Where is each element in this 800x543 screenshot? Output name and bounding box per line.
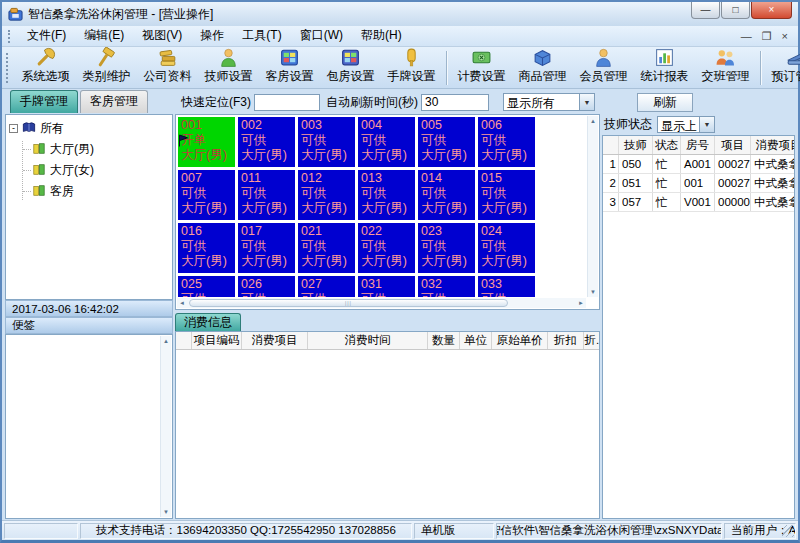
mdi-close-icon[interactable]: × (782, 30, 788, 43)
scroll-up-icon[interactable]: ▲ (590, 118, 596, 124)
consume-col-3[interactable]: 消费时间 (308, 332, 428, 349)
room-tile-011[interactable]: 011可供大厅(男) (238, 170, 295, 220)
window-color-icon (279, 47, 300, 68)
toolbar-button[interactable]: 商品管理 (512, 46, 573, 86)
tech-col-5[interactable]: 消费项目 (751, 136, 795, 154)
room-tile-033[interactable]: 033可供大厅(男) (478, 276, 535, 297)
room-tile-006[interactable]: 006可供大厅(男) (478, 117, 535, 167)
table-row[interactable]: 1050忙A00100027中式桑拿 (603, 155, 794, 174)
menu-item-2[interactable]: 视图(V) (133, 25, 191, 47)
consume-col-8[interactable]: 折.. (584, 332, 600, 349)
toolbar-button[interactable]: 公司资料 (137, 46, 198, 86)
room-tile-031[interactable]: 031可供大厅(男) (358, 276, 415, 297)
room-tile-017[interactable]: 017可供大厅(男) (238, 223, 295, 273)
display-filter-select[interactable]: 显示所有 ▼ (503, 93, 595, 111)
technician-filter-select[interactable]: 显示上 ▼ (657, 116, 715, 133)
tree-node-label: 大厅(女) (50, 162, 94, 179)
tree-node-0[interactable]: 大厅(男) (23, 141, 169, 158)
room-tile-032[interactable]: 032可供大厅(男) (418, 276, 475, 297)
toolbar-button[interactable]: 会员管理 (573, 46, 634, 86)
toolbar-button[interactable]: 交班管理 (695, 46, 756, 86)
tech-col-4[interactable]: 项目 (715, 136, 751, 154)
scroll-up-icon[interactable]: ▲ (163, 338, 169, 344)
room-tile-015[interactable]: 015可供大厅(男) (478, 170, 535, 220)
toolbar-button[interactable]: 系统选项 (15, 46, 76, 86)
room-tile-027[interactable]: 027可供大厅(男) (298, 276, 355, 297)
scroll-down-icon[interactable]: ▼ (163, 509, 169, 515)
room-tile-002[interactable]: 002可供大厅(男) (238, 117, 295, 167)
tech-col-1[interactable]: 技师 (619, 136, 653, 154)
room-tile-025[interactable]: 025可供大厅(男) (178, 276, 235, 297)
room-tile-004[interactable]: 004可供大厅(男) (358, 117, 415, 167)
room-number: 025 (181, 277, 234, 292)
table-row[interactable]: 3057忙V00100000中式桑拿 (603, 193, 794, 212)
tech-col-2[interactable]: 状态 (653, 136, 681, 154)
room-tile-014[interactable]: 014可供大厅(男) (418, 170, 475, 220)
consume-col-6[interactable]: 原始单价 (492, 332, 548, 349)
room-tile-022[interactable]: 022可供大厅(男) (358, 223, 415, 273)
tech-col-3[interactable]: 房号 (681, 136, 715, 154)
scroll-left-icon[interactable]: ◄ (177, 300, 187, 306)
tree-node-all[interactable]: - 所有 (9, 120, 169, 137)
tab-consumption-info[interactable]: 消费信息 (175, 313, 241, 331)
technician-status-label: 技师状态 (604, 116, 652, 133)
folder-icon (32, 184, 46, 200)
room-tile-023[interactable]: 023可供大厅(男) (418, 223, 475, 273)
toolbar-button[interactable]: 类别维护 (76, 46, 137, 86)
room-tile-007[interactable]: 007可供大厅(男) (178, 170, 235, 220)
tab-1[interactable]: 客房管理 (80, 90, 148, 113)
consume-col-4[interactable]: 数量 (428, 332, 460, 349)
room-tile-013[interactable]: 013可供大厅(男) (358, 170, 415, 220)
consume-col-5[interactable]: 单位 (460, 332, 492, 349)
auto-refresh-input[interactable] (421, 94, 489, 111)
tree-node-2[interactable]: 客房 (23, 183, 169, 200)
menu-item-3[interactable]: 操作 (191, 25, 233, 47)
grid-horizontal-scrollbar[interactable]: ◄ ||| ► (177, 298, 586, 308)
toolbar-button[interactable]: 客房设置 (259, 46, 320, 86)
toolbar-button[interactable]: 统计报表 (634, 46, 695, 86)
consume-col-0[interactable] (176, 332, 192, 349)
consume-col-1[interactable]: 项目编码 (192, 332, 242, 349)
toolbar-button[interactable]: 手牌设置 (381, 46, 442, 86)
room-tile-003[interactable]: 003可供大厅(男) (298, 117, 355, 167)
tab-0[interactable]: 手牌管理 (10, 90, 78, 113)
close-button[interactable]: × (751, 2, 792, 19)
toolbar-button[interactable]: 预订管理 (765, 46, 800, 86)
resize-grip-icon[interactable] (782, 525, 794, 537)
menu-item-6[interactable]: 帮助(H) (352, 25, 411, 47)
quick-locate-input[interactable] (254, 94, 320, 111)
memo-textarea[interactable]: ▲ ▼ (5, 334, 173, 519)
menu-item-1[interactable]: 编辑(E) (75, 25, 133, 47)
toolbar-button[interactable]: 计费设置 (451, 46, 512, 86)
room-tile-021[interactable]: 021可供大厅(男) (298, 223, 355, 273)
menu-item-5[interactable]: 窗口(W) (291, 25, 352, 47)
mdi-restore-icon[interactable]: ❐ (762, 30, 772, 43)
room-tile-016[interactable]: 016可供大厅(男) (178, 223, 235, 273)
tree-node-1[interactable]: 大厅(女) (23, 162, 169, 179)
room-tile-012[interactable]: 012可供大厅(男) (298, 170, 355, 220)
mdi-minimize-icon[interactable]: — (741, 30, 752, 43)
room-tile-001[interactable]: 001开单大厅(男) (178, 117, 235, 167)
consume-col-2[interactable]: 消费项目 (242, 332, 308, 349)
refresh-button[interactable]: 刷新 (637, 93, 693, 112)
room-tile-024[interactable]: 024可供大厅(男) (478, 223, 535, 273)
grid-vertical-scrollbar[interactable]: ▲ ▼ (587, 116, 598, 297)
menu-item-4[interactable]: 工具(T) (233, 25, 290, 47)
table-row[interactable]: 2051忙00100027中式桑拿 (603, 174, 794, 193)
tech-col-0[interactable] (603, 136, 619, 154)
toolbar-button[interactable]: 技师设置 (198, 46, 259, 86)
consume-col-7[interactable]: 折扣 (548, 332, 584, 349)
room-tile-026[interactable]: 026可供大厅(男) (238, 276, 295, 297)
toolbar-button[interactable]: 包房设置 (320, 46, 381, 86)
scroll-down-icon[interactable]: ▼ (590, 289, 596, 295)
scroll-right-icon[interactable]: ► (576, 300, 586, 306)
maximize-button[interactable]: □ (721, 2, 750, 19)
minimize-button[interactable]: — (691, 2, 720, 19)
tree-expander-icon[interactable]: - (9, 124, 18, 133)
scrollbar-thumb[interactable]: ||| (189, 299, 508, 307)
memo-scrollbar[interactable]: ▲ ▼ (160, 336, 171, 517)
room-status: 可供 (241, 239, 294, 254)
room-tile-005[interactable]: 005可供大厅(男) (418, 117, 475, 167)
mdi-window-controls: — ❐ × (741, 30, 792, 43)
menu-item-0[interactable]: 文件(F) (18, 25, 75, 47)
